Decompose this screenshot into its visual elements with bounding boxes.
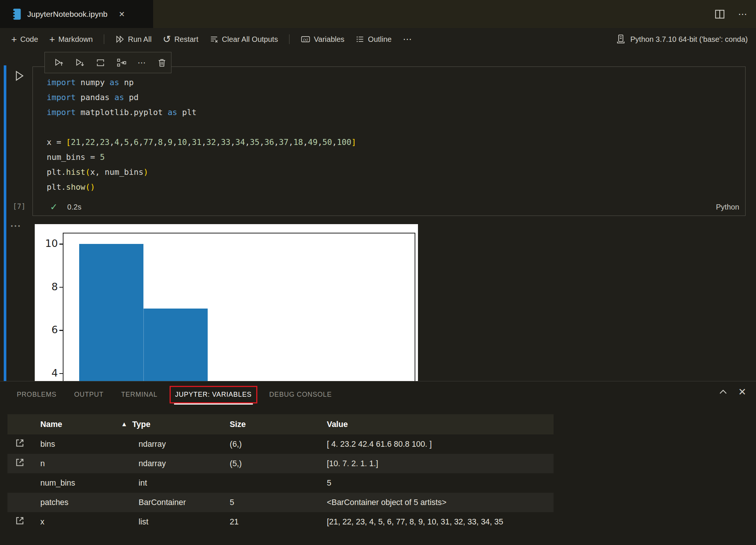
delete-cell-icon[interactable]	[157, 58, 167, 68]
open-in-data-viewer-icon[interactable]	[14, 437, 25, 449]
variable-value: [21, 22, 23, 4, 5, 6, 77, 8, 9, 10, 31, …	[327, 517, 503, 527]
export-cell-icon[interactable]	[117, 58, 126, 68]
plus-icon: +	[49, 35, 55, 43]
variable-row-x[interactable]: xlist21[21, 22, 23, 4, 5, 6, 77, 8, 9, 1…	[7, 512, 554, 532]
y-tick-label: 8	[38, 281, 58, 292]
add-code-label: Code	[20, 35, 38, 44]
variable-type: list	[139, 517, 148, 527]
add-code-cell-button[interactable]: + Code	[11, 35, 38, 44]
panel-tab-jupyter-variables[interactable]: JUPYTER: VARIABLES	[170, 386, 257, 403]
cell-more-actions-icon[interactable]: ⋯	[137, 58, 146, 68]
y-tick-mark	[59, 287, 63, 288]
variable-value: <BarContainer object of 5 artists>	[327, 498, 446, 507]
variable-type: ndarray	[139, 440, 166, 449]
variable-row-patches[interactable]: patchesBarContainer5<BarContainer object…	[7, 493, 554, 512]
code-line[interactable]: x = [21,22,23,4,5,6,77,8,9,10,31,32,33,3…	[47, 135, 356, 150]
sort-ascending-icon: ▲	[121, 421, 127, 428]
code-line[interactable]: import pandas as pd	[47, 90, 356, 105]
run-cell-icon	[13, 70, 25, 82]
code-line[interactable]: plt.show()	[47, 180, 356, 195]
restart-icon: ↺	[163, 35, 171, 43]
code-line[interactable]: import matplotlib.pyplot as plt	[47, 105, 356, 120]
tab-title: JupyterNotebook.ipynb	[27, 10, 108, 19]
code-line[interactable]	[47, 120, 356, 135]
notebook-file-icon	[11, 8, 21, 20]
success-check-icon: ✓	[50, 202, 58, 212]
clear-all-outputs-label: Clear All Outputs	[222, 35, 278, 44]
editor-actions: ⋯	[714, 0, 748, 28]
variable-name: bins	[40, 440, 55, 449]
tab-close-icon[interactable]: ✕	[119, 10, 125, 19]
kernel-label: Python 3.7.10 64-bit ('base': conda)	[630, 35, 748, 44]
variables-button[interactable]: (x) Variables	[301, 35, 344, 44]
maximize-panel-chevron-icon[interactable]	[718, 387, 728, 397]
execute-cell-and-below-icon[interactable]	[75, 58, 84, 68]
variable-value: [ 4. 23.2 42.4 61.6 80.8 100. ]	[327, 440, 432, 449]
y-tick-mark	[59, 244, 63, 245]
open-in-data-viewer-icon[interactable]	[14, 457, 25, 468]
variable-size: (6,)	[230, 440, 242, 449]
run-all-label: Run All	[128, 35, 151, 44]
variable-row-num_bins[interactable]: num_binsint5	[7, 473, 554, 493]
variable-name: n	[40, 459, 45, 468]
outline-label: Outline	[368, 35, 391, 44]
run-all-button[interactable]: Run All	[115, 35, 151, 44]
variable-type: ndarray	[139, 459, 166, 468]
clear-all-outputs-button[interactable]: Clear All Outputs	[210, 35, 278, 44]
split-editor-icon[interactable]	[714, 9, 725, 20]
variable-size: 21	[230, 517, 239, 527]
kernel-picker[interactable]: Python 3.7.10 64-bit ('base': conda)	[616, 34, 748, 44]
svg-text:(x): (x)	[303, 37, 308, 42]
open-in-data-viewer-icon[interactable]	[14, 515, 25, 526]
toolbar-divider	[289, 34, 289, 44]
y-tick-mark	[59, 330, 63, 331]
outline-icon	[356, 35, 365, 44]
histogram-output-figure: 10864	[35, 224, 418, 381]
variables-table-body: binsndarray(6,)[ 4. 23.2 42.4 61.6 80.8 …	[7, 434, 554, 532]
execute-above-cells-icon[interactable]	[54, 58, 63, 68]
header-name[interactable]: Name	[40, 420, 62, 429]
variable-row-n[interactable]: nndarray(5,)[10. 7. 2. 1. 1.]	[7, 454, 554, 473]
outline-button[interactable]: Outline	[356, 35, 391, 44]
tab-jupyternotebook[interactable]: JupyterNotebook.ipynb ✕	[0, 0, 153, 28]
header-size[interactable]: Size	[230, 420, 246, 429]
output-more-actions-icon[interactable]: ···	[10, 220, 21, 232]
variable-type: int	[139, 479, 147, 488]
header-type[interactable]: Type	[132, 420, 151, 429]
panel-tab-debug-console[interactable]: DEBUG CONSOLE	[264, 386, 337, 403]
code-line[interactable]: import numpy as np	[47, 75, 356, 90]
cell-focus-bar	[4, 65, 6, 381]
panel-tab-terminal[interactable]: TERMINAL	[115, 386, 163, 403]
more-actions-icon[interactable]: ⋯	[738, 9, 748, 19]
bottom-panel: PROBLEMSOUTPUTTERMINALJUPYTER: VARIABLES…	[0, 381, 756, 545]
variables-table: Name ▲ Type Size Value binsndarray(6,)[ …	[7, 414, 554, 532]
panel-tab-problems[interactable]: PROBLEMS	[11, 386, 62, 403]
cell-language-picker[interactable]: Python	[716, 203, 739, 211]
variable-size: (5,)	[230, 459, 242, 468]
code-line[interactable]: num_bins = 5	[47, 150, 356, 165]
cell-toolbar: ⋯	[44, 52, 171, 73]
add-markdown-cell-button[interactable]: + Markdown	[49, 35, 93, 44]
code-line[interactable]: plt.hist(x, num_bins)	[47, 165, 356, 180]
run-all-icon	[115, 35, 124, 44]
close-panel-icon[interactable]: ✕	[738, 387, 746, 397]
vscode-window: JupyterNotebook.ipynb ✕ ⋯ + Code + Markd…	[0, 0, 756, 545]
variable-row-bins[interactable]: binsndarray(6,)[ 4. 23.2 42.4 61.6 80.8 …	[7, 434, 554, 454]
variable-type: BarContainer	[139, 498, 186, 507]
toolbar-more-icon[interactable]: ⋯	[403, 34, 412, 44]
variable-size: 5	[230, 498, 234, 507]
header-value[interactable]: Value	[327, 420, 348, 429]
split-cell-icon[interactable]	[96, 58, 105, 68]
kernel-icon	[616, 34, 626, 44]
variables-icon: (x)	[301, 35, 310, 44]
clear-outputs-icon	[210, 35, 219, 44]
variable-name: x	[40, 517, 44, 527]
restart-label: Restart	[174, 35, 198, 44]
code-cell[interactable]: ⋯ import numpy as npimport pandas as pdi…	[32, 66, 746, 216]
code-editor[interactable]: import numpy as npimport pandas as pdimp…	[47, 75, 356, 195]
variable-name: patches	[40, 498, 68, 507]
variable-value: 5	[327, 479, 331, 488]
restart-button[interactable]: ↺ Restart	[163, 35, 198, 44]
run-cell-button[interactable]	[13, 70, 25, 83]
panel-tab-output[interactable]: OUTPUT	[68, 386, 109, 403]
